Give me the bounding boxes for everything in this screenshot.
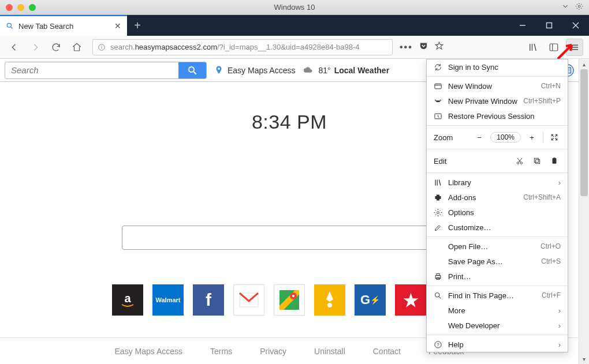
tile-yellowpages[interactable] bbox=[314, 284, 345, 316]
svg-rect-38 bbox=[536, 160, 540, 164]
copy-button[interactable] bbox=[531, 157, 543, 165]
svg-rect-47 bbox=[437, 273, 439, 275]
tile-gasbuddy[interactable]: G⚡ bbox=[355, 284, 386, 316]
sidebar-button[interactable] bbox=[545, 39, 562, 56]
window-icon bbox=[434, 82, 442, 91]
gear-icon[interactable] bbox=[575, 2, 583, 13]
svg-line-44 bbox=[439, 179, 441, 185]
menu-new-window[interactable]: New Window Ctrl+N bbox=[427, 78, 568, 93]
svg-rect-39 bbox=[534, 158, 538, 162]
svg-rect-46 bbox=[435, 275, 441, 278]
tile-gmail[interactable] bbox=[233, 284, 264, 316]
help-icon: ? bbox=[434, 340, 442, 349]
tile-macys[interactable]: ★ bbox=[395, 284, 426, 316]
tile-amazon[interactable]: a bbox=[112, 284, 143, 316]
svg-point-45 bbox=[437, 211, 439, 213]
svg-point-20 bbox=[218, 67, 220, 70]
extension-search[interactable] bbox=[5, 62, 207, 79]
page-content: Easy Maps Access 81° Local Weather 8:34 … bbox=[0, 59, 579, 364]
back-button[interactable] bbox=[6, 39, 23, 56]
search-icon bbox=[434, 291, 442, 300]
footer-link[interactable]: Easy Maps Access bbox=[115, 347, 183, 356]
url-bar[interactable]: search.heasymapsaccess2.com/?i_id=maps__… bbox=[92, 39, 393, 55]
mac-titlebar: Windows 10 bbox=[0, 0, 589, 15]
pocket-icon[interactable] bbox=[419, 41, 428, 53]
zoom-level[interactable]: 100% bbox=[490, 132, 521, 142]
tile-walmart[interactable]: Walmart bbox=[152, 284, 184, 316]
weather-label: Local Weather bbox=[334, 66, 389, 75]
restore-icon bbox=[434, 112, 442, 121]
weather-widget[interactable]: 81° Local Weather bbox=[303, 66, 390, 75]
dropdown-icon[interactable] bbox=[561, 2, 569, 13]
svg-rect-41 bbox=[553, 157, 556, 159]
bookmark-star-icon[interactable] bbox=[434, 41, 444, 53]
menu-options[interactable]: Options bbox=[427, 205, 568, 220]
svg-rect-33 bbox=[435, 84, 441, 89]
app-menu-button[interactable] bbox=[566, 39, 583, 56]
info-icon bbox=[98, 43, 106, 51]
browser-tab[interactable]: New Tab Search ✕ bbox=[0, 15, 127, 36]
menu-find[interactable]: Find in This Page… Ctrl+F bbox=[427, 288, 568, 303]
url-text: search.heasymapsaccess2.com/?i_id=maps__… bbox=[110, 43, 359, 51]
window-maximize-button[interactable] bbox=[536, 15, 562, 36]
svg-text:a: a bbox=[124, 292, 131, 305]
menu-addons[interactable]: Add-ons Ctrl+Shift+A bbox=[427, 190, 568, 205]
menu-sign-in[interactable]: Sign in to Sync bbox=[427, 59, 568, 74]
paste-button[interactable] bbox=[548, 157, 561, 165]
window-close-button[interactable] bbox=[562, 15, 589, 36]
zoom-out-button[interactable]: − bbox=[473, 133, 486, 142]
reload-button[interactable] bbox=[47, 39, 65, 56]
menu-open-file[interactable]: Open File… Ctrl+O bbox=[427, 239, 568, 254]
close-tab-icon[interactable]: ✕ bbox=[114, 21, 121, 31]
fullscreen-button[interactable] bbox=[548, 133, 561, 141]
traffic-lights bbox=[6, 4, 36, 11]
menu-library[interactable]: Library › bbox=[427, 175, 568, 190]
menu-customize[interactable]: Customize… bbox=[427, 220, 568, 235]
menu-zoom: Zoom − 100% + bbox=[427, 127, 568, 147]
menu-web-developer[interactable]: Web Developer › bbox=[427, 318, 568, 333]
vm-title: Windows 10 bbox=[0, 3, 589, 12]
menu-restore-session[interactable]: Restore Previous Session bbox=[427, 108, 568, 123]
scrollbar-thumb[interactable] bbox=[580, 69, 588, 196]
sync-icon bbox=[434, 63, 442, 72]
svg-line-12 bbox=[534, 44, 536, 51]
svg-point-49 bbox=[435, 292, 440, 297]
vertical-scrollbar[interactable]: ▴ ▾ bbox=[579, 59, 589, 364]
main-search-box[interactable] bbox=[122, 226, 457, 250]
page-actions-icon[interactable]: ••• bbox=[400, 42, 413, 52]
temperature: 81° bbox=[319, 66, 331, 75]
menu-print[interactable]: Print… bbox=[427, 269, 568, 284]
menu-save-as[interactable]: Save Page As… Ctrl+S bbox=[427, 254, 568, 269]
tile-facebook[interactable]: f bbox=[193, 284, 224, 316]
forward-button[interactable] bbox=[27, 39, 44, 56]
cut-button[interactable] bbox=[513, 157, 526, 165]
tile-google-maps[interactable] bbox=[274, 284, 305, 316]
maximize-window-dot[interactable] bbox=[29, 4, 36, 11]
zoom-in-button[interactable]: + bbox=[525, 133, 538, 142]
map-pin-icon bbox=[214, 65, 224, 76]
scroll-down-icon[interactable]: ▾ bbox=[579, 354, 589, 364]
menu-help[interactable]: ? Help › bbox=[427, 337, 568, 352]
minimize-window-dot[interactable] bbox=[17, 4, 24, 11]
app-menu: Sign in to Sync New Window Ctrl+N New Pr… bbox=[426, 59, 568, 352]
footer-link[interactable]: Terms bbox=[210, 347, 232, 356]
maps-link[interactable]: Easy Maps Access bbox=[214, 65, 296, 76]
menu-more[interactable]: More › bbox=[427, 303, 568, 318]
menu-new-private[interactable]: New Private Window Ctrl+Shift+P bbox=[427, 93, 568, 108]
search-icon bbox=[6, 22, 14, 30]
close-window-dot[interactable] bbox=[6, 4, 13, 11]
new-tab-button[interactable]: + bbox=[127, 15, 148, 36]
home-button[interactable] bbox=[68, 39, 85, 56]
window-minimize-button[interactable] bbox=[509, 15, 536, 36]
library-button[interactable] bbox=[524, 39, 542, 56]
footer-link[interactable]: Uninstall bbox=[314, 347, 345, 356]
footer-link[interactable]: Contact bbox=[373, 347, 401, 356]
extension-search-input[interactable] bbox=[5, 65, 178, 75]
library-icon bbox=[434, 178, 442, 187]
maps-label: Easy Maps Access bbox=[228, 66, 296, 75]
extension-search-button[interactable] bbox=[178, 62, 206, 78]
svg-rect-4 bbox=[547, 23, 552, 28]
svg-point-30 bbox=[327, 303, 332, 307]
footer-link[interactable]: Privacy bbox=[260, 347, 286, 356]
scroll-up-icon[interactable]: ▴ bbox=[579, 59, 589, 69]
